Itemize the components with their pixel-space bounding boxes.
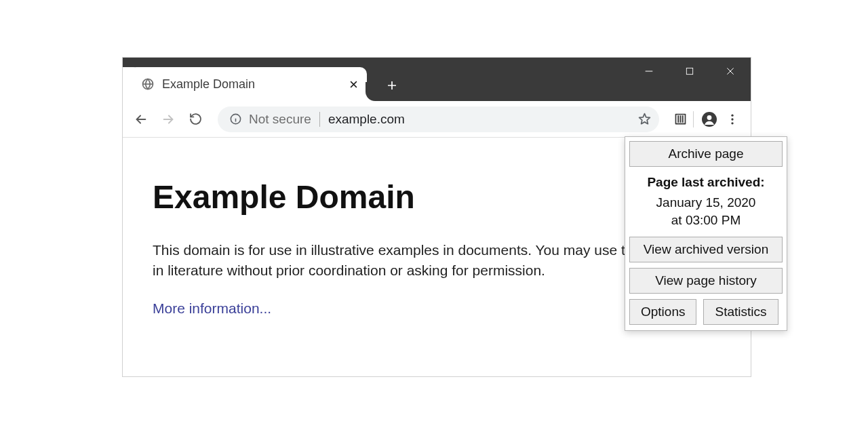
last-archived-label: Page last archived: (629, 175, 783, 190)
last-archived-date: January 15, 2020 at 03:00 PM (629, 194, 783, 229)
archive-page-button[interactable]: Archive page (629, 141, 783, 167)
statistics-button[interactable]: Statistics (703, 299, 778, 325)
omnibox-divider (319, 112, 320, 127)
more-information-link[interactable]: More information... (153, 300, 271, 316)
globe-icon (140, 77, 155, 92)
browser-tab[interactable]: Example Domain (130, 67, 367, 101)
close-tab-icon[interactable] (347, 77, 360, 91)
svg-point-11 (731, 118, 733, 120)
svg-rect-1 (686, 68, 692, 74)
security-label: Not secure (249, 112, 311, 127)
bookmark-star-icon[interactable] (636, 111, 652, 127)
view-archived-version-button[interactable]: View archived version (629, 237, 783, 262)
window-controls (629, 58, 751, 85)
svg-point-12 (731, 122, 733, 124)
forward-button[interactable] (157, 108, 180, 131)
toolbar-separator (693, 111, 694, 127)
new-tab-button[interactable] (383, 77, 401, 94)
svg-rect-7 (682, 115, 683, 123)
close-window-button[interactable] (710, 58, 751, 85)
svg-point-9 (707, 115, 712, 120)
browser-toolbar: Not secure example.com (123, 101, 751, 138)
back-button[interactable] (130, 108, 153, 131)
view-page-history-button[interactable]: View page history (629, 268, 783, 294)
svg-rect-6 (679, 115, 681, 123)
svg-point-10 (731, 114, 733, 116)
browser-window: Example Domain (122, 57, 751, 377)
kebab-menu-icon[interactable] (721, 108, 744, 131)
last-archived-date-line2: at 03:00 PM (671, 213, 741, 227)
tab-title: Example Domain (162, 77, 347, 92)
address-bar[interactable]: Not secure example.com (218, 106, 659, 132)
archive-extension-popup: Archive page Page last archived: January… (625, 136, 787, 331)
tab-curve (366, 92, 375, 101)
minimize-button[interactable] (629, 58, 669, 85)
tab-strip: Example Domain (123, 58, 751, 101)
site-info-icon[interactable] (229, 113, 242, 126)
last-archived-date-line1: January 15, 2020 (656, 195, 756, 210)
options-button[interactable]: Options (629, 299, 696, 325)
archive-extension-icon[interactable] (669, 108, 692, 131)
reload-button[interactable] (184, 108, 207, 131)
url-text: example.com (328, 112, 405, 127)
maximize-button[interactable] (669, 58, 710, 85)
profile-avatar-icon[interactable] (698, 108, 721, 131)
toolbar-right-icons (669, 108, 744, 131)
svg-rect-5 (677, 115, 679, 123)
